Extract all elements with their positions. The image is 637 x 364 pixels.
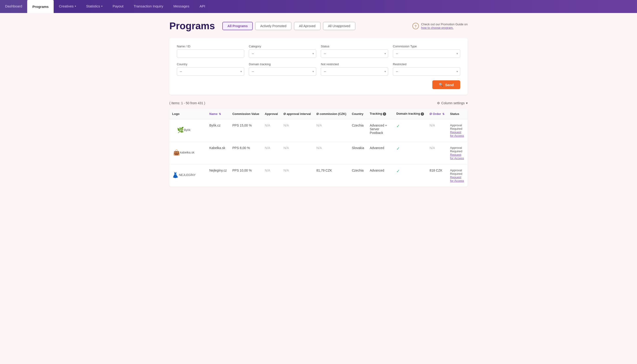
cell-approval-nejleginy: N/A xyxy=(262,164,281,187)
check-icon: ✓ xyxy=(396,169,400,174)
send-button-label: Send xyxy=(445,83,454,87)
nav-item-payout[interactable]: Payout xyxy=(108,0,129,13)
filter-not-restricted-label: Not restricted xyxy=(321,62,388,66)
filter-name-id-input[interactable] xyxy=(177,50,244,58)
nav-item-dashboard[interactable]: Dashboard xyxy=(0,0,27,13)
col-header-avg_approval: Ø approval interval xyxy=(281,109,314,119)
cell-name-kabelka: Kabelka.sk xyxy=(207,142,230,164)
filter-restricted: Restricted -- xyxy=(393,62,460,76)
column-settings-button[interactable]: ⚙ Column settings ▾ xyxy=(437,101,468,105)
filter-country: Country -- xyxy=(177,62,244,76)
sort-icon: ⇅ xyxy=(442,112,444,116)
col-header-order[interactable]: Ø Order ⇅ xyxy=(427,109,447,119)
filter-commission-type-select[interactable]: -- xyxy=(393,50,460,58)
tab-all_unapproved[interactable]: All Unapproved xyxy=(323,22,355,30)
check-icon: ✓ xyxy=(396,124,400,128)
filter-category-label: Category xyxy=(249,44,316,48)
logo-kabelka: 👜 kabelka.sk xyxy=(172,146,195,159)
table-row: 👗 NEJLEGÍNYNejlegíny.czPPS 10,00 %N/AN/A… xyxy=(169,164,468,187)
filter-not-restricted-wrapper: -- xyxy=(321,67,388,76)
chevron-down-icon: ▾ xyxy=(75,5,76,8)
chevron-down-icon: ▾ xyxy=(466,101,468,105)
promo-guide: ? Check out our Promotion Guide on how t… xyxy=(412,22,468,30)
filter-category-select[interactable]: -- xyxy=(249,50,316,58)
cell-logo-bylik: 🌿 Bylík xyxy=(169,119,207,142)
cell-avg-commission-bylik: N/A xyxy=(314,119,349,142)
status-label-nejleginy: Approval Required xyxy=(450,168,465,176)
cell-commission-kabelka: PPS 8,00 % xyxy=(230,142,262,164)
filter-domain-tracking: Domain tracking -- xyxy=(249,62,316,76)
col-header-approval: Approval xyxy=(262,109,281,119)
tab-all_programs[interactable]: All Programs xyxy=(222,22,253,30)
cell-approval-kabelka: N/A xyxy=(262,142,281,164)
nav-item-api[interactable]: API xyxy=(194,0,210,13)
cell-country-nejleginy: Czechia xyxy=(349,164,367,187)
nav-item-transaction_inquiry[interactable]: Transaction Inquiry xyxy=(129,0,168,13)
filter-actions: 🔍 Send xyxy=(177,80,460,89)
sort-icon: ⇅ xyxy=(218,112,221,116)
cell-approval-bylik: N/A xyxy=(262,119,281,142)
nav-item-messages[interactable]: Messages xyxy=(168,0,194,13)
request-access-link-bylik[interactable]: Request for Access xyxy=(450,130,464,138)
col-header-commission_value: Commission Value xyxy=(230,109,262,119)
programs-table-container: LogoName ⇅Commission ValueApprovalØ appr… xyxy=(169,109,468,187)
tab-all_approved[interactable]: All Aproved xyxy=(294,22,321,30)
logo-nejleginy: 👗 NEJLEGÍNY xyxy=(172,168,195,181)
cell-avg-approval-bylik: N/A xyxy=(281,119,314,142)
filter-domain-tracking-wrapper: -- xyxy=(249,67,316,76)
programs-table: LogoName ⇅Commission ValueApprovalØ appr… xyxy=(169,109,468,187)
nav-item-statistics[interactable]: Statistics ▾ xyxy=(81,0,108,13)
filter-restricted-label: Restricted xyxy=(393,62,460,66)
table-body: 🌿 BylíkBylík.czPPS 15,00 %N/AN/AN/ACzech… xyxy=(169,119,468,187)
filter-not-restricted-select[interactable]: -- xyxy=(321,67,388,76)
filter-status: Status -- xyxy=(321,44,388,58)
filter-commission-type-wrapper: -- xyxy=(393,50,460,58)
status-label-kabelka: Approval Required xyxy=(450,146,465,153)
request-access-link-nejleginy[interactable]: Request for Access xyxy=(450,176,464,182)
nav-item-programs[interactable]: Programs xyxy=(27,0,54,13)
filter-restricted-select[interactable]: -- xyxy=(393,67,460,76)
logo-bylik: 🌿 Bylík xyxy=(172,124,195,136)
main-nav: DashboardProgramsCreatives ▾Statistics ▾… xyxy=(0,0,637,13)
filter-status-select[interactable]: -- xyxy=(321,50,388,58)
cell-status-nejleginy: Approval Required Request for Access xyxy=(447,164,468,187)
filter-status-label: Status xyxy=(321,44,388,48)
promo-guide-link[interactable]: how to choose program. xyxy=(421,26,453,30)
col-header-tracking: Trackingi xyxy=(367,109,394,119)
col-header-name[interactable]: Name ⇅ xyxy=(207,109,230,119)
filter-domain-tracking-select[interactable]: -- xyxy=(249,67,316,76)
cell-avg-commission-kabelka: N/A xyxy=(314,142,349,164)
filter-card: Name / ID Category -- Status -- xyxy=(169,38,468,95)
cell-logo-kabelka: 👜 kabelka.sk xyxy=(169,142,207,164)
items-count: ( Items: 1 - 50 from 431 ) xyxy=(169,101,205,105)
request-access-link-kabelka[interactable]: Request for Access xyxy=(450,153,464,160)
cell-order-kabelka: N/A xyxy=(427,142,447,164)
cell-avg-approval-nejleginy: N/A xyxy=(281,164,314,187)
cell-logo-nejleginy: 👗 NEJLEGÍNY xyxy=(169,164,207,187)
filter-country-wrapper: -- xyxy=(177,67,244,76)
cell-tracking-bylik: Advanced + Server Postback xyxy=(367,119,394,142)
col-header-logo: Logo xyxy=(169,109,207,119)
filter-name-id: Name / ID xyxy=(177,44,244,58)
nav-items: DashboardProgramsCreatives ▾Statistics ▾… xyxy=(0,0,210,13)
cell-commission-bylik: PPS 15,00 % xyxy=(230,119,262,142)
nav-item-creatives[interactable]: Creatives ▾ xyxy=(54,0,81,13)
filter-row-1: Name / ID Category -- Status -- xyxy=(177,44,460,58)
filter-country-label: Country xyxy=(177,62,244,66)
send-button[interactable]: 🔍 Send xyxy=(432,80,460,89)
filter-not-restricted: Not restricted -- xyxy=(321,62,388,76)
col-header-avg_commission: Ø commission (CZK) xyxy=(314,109,349,119)
filter-restricted-wrapper: -- xyxy=(393,67,460,76)
filter-country-select[interactable]: -- xyxy=(177,67,244,76)
page-header: Programs All ProgramsActively PromotedAl… xyxy=(169,20,468,32)
table-header: LogoName ⇅Commission ValueApprovalØ appr… xyxy=(169,109,468,119)
cell-commission-nejleginy: PPS 10,00 % xyxy=(230,164,262,187)
tab-actively_promoted[interactable]: Actively Promoted xyxy=(255,22,292,30)
col-settings-label: Column settings xyxy=(441,101,465,105)
tab-buttons: All ProgramsActively PromotedAll Aproved… xyxy=(222,22,355,30)
cell-tracking-kabelka: Advanced xyxy=(367,142,394,164)
table-meta: ( Items: 1 - 50 from 431 ) ⚙ Column sett… xyxy=(169,101,468,105)
filter-commission-type-label: Commission Type xyxy=(393,44,460,48)
cell-order-bylik: N/A xyxy=(427,119,447,142)
cell-avg-approval-kabelka: N/A xyxy=(281,142,314,164)
